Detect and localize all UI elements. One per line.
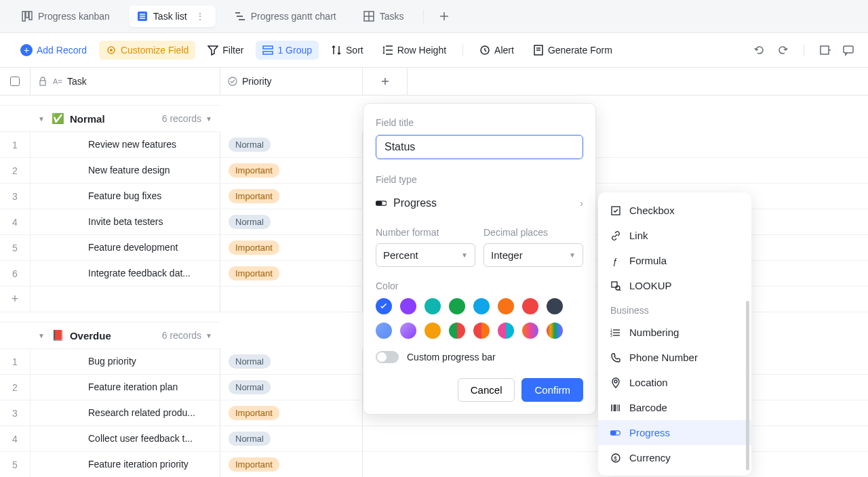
toolbar-label: Filter (222, 45, 243, 56)
color-swatch[interactable] (522, 323, 538, 339)
add-column-button[interactable] (363, 68, 408, 95)
priority-cell[interactable]: Important (220, 158, 363, 183)
priority-cell[interactable]: Important (220, 184, 363, 209)
color-swatch[interactable] (449, 323, 465, 339)
svg-rect-35 (376, 201, 382, 205)
group-header[interactable]: ▼ 📕 Overdue 6 records ▼ (0, 322, 220, 349)
generate-form-button[interactable]: Generate Form (526, 41, 619, 60)
tab-progress-gantt[interactable]: Progress gantt chart (226, 5, 344, 27)
task-cell[interactable]: Invite beta testers (31, 209, 220, 234)
svg-rect-28 (844, 46, 853, 53)
color-swatch[interactable] (425, 323, 441, 339)
color-swatch[interactable] (425, 298, 441, 314)
color-swatch[interactable] (400, 298, 416, 314)
column-header-task[interactable]: A= Task (31, 68, 220, 95)
priority-cell[interactable]: Important (220, 400, 363, 426)
comment-icon[interactable] (842, 44, 854, 56)
type-option-currency[interactable]: $ Currency (598, 445, 751, 470)
type-option-phone[interactable]: Phone Number (598, 345, 751, 370)
priority-cell[interactable]: Important (220, 452, 363, 477)
add-row-button[interactable]: + (0, 287, 31, 312)
task-cell[interactable]: Review new features (31, 132, 220, 157)
priority-cell[interactable]: Normal (220, 209, 363, 234)
cancel-button[interactable]: Cancel (458, 378, 515, 402)
alert-button[interactable]: Alert (473, 41, 521, 60)
phone-icon (610, 352, 621, 363)
redo-icon[interactable] (776, 44, 789, 56)
priority-cell[interactable]: Normal (220, 349, 363, 374)
type-label: Location (629, 377, 668, 388)
group-header[interactable]: ▼ ✅ Normal 6 records ▼ (0, 105, 220, 132)
tab-label: Task list (153, 11, 187, 22)
color-swatch[interactable] (547, 298, 563, 314)
task-cell[interactable]: Bug priority (31, 349, 220, 374)
color-swatch[interactable] (376, 298, 392, 314)
tab-progress-kanban[interactable]: Progress kanban (14, 5, 118, 27)
priority-badge: Important (229, 189, 279, 203)
priority-badge: Normal (229, 380, 271, 394)
priority-cell[interactable]: Important (220, 261, 363, 286)
task-cell[interactable]: Integrate feedback dat... (31, 261, 220, 286)
field-type-selector[interactable]: Progress › (376, 192, 583, 215)
toolbar-label: Row Height (397, 45, 446, 56)
task-cell[interactable]: Feature iteration priority (31, 452, 220, 477)
customize-field-button[interactable]: Customize Field (99, 41, 195, 60)
color-swatch[interactable] (400, 323, 416, 339)
number-format-select[interactable]: Percent ▼ (376, 243, 475, 267)
row-index: 6 (0, 261, 31, 286)
type-option-formula[interactable]: ƒ Formula (598, 248, 751, 273)
chevron-down-icon: ▼ (38, 115, 45, 123)
task-cell[interactable]: New feature design (31, 158, 220, 183)
task-cell[interactable]: Feature development (31, 235, 220, 260)
priority-cell[interactable]: Normal (220, 132, 363, 157)
color-swatch[interactable] (498, 323, 514, 339)
tab-tasks[interactable]: Tasks (355, 5, 412, 27)
custom-progress-toggle[interactable] (376, 351, 399, 363)
add-record-button[interactable]: + Add Record (14, 40, 94, 60)
type-option-barcode[interactable]: Barcode (598, 395, 751, 420)
select-all-checkbox[interactable] (0, 68, 31, 95)
color-swatch[interactable] (473, 298, 490, 314)
color-swatch[interactable] (449, 298, 465, 314)
confirm-button[interactable]: Confirm (521, 378, 583, 402)
color-swatch[interactable] (547, 323, 563, 339)
type-option-checkbox[interactable]: Checkbox (598, 198, 751, 223)
group-button[interactable]: 1 Group (256, 41, 319, 60)
row-height-button[interactable]: Row Height (376, 41, 453, 60)
type-option-lookup[interactable]: LOOKUP (598, 273, 751, 298)
barcode-icon (610, 402, 621, 413)
scrollbar[interactable] (746, 301, 749, 470)
sort-button[interactable]: Sort (324, 41, 370, 60)
task-cell[interactable]: Collect user feedback t... (31, 426, 220, 451)
column-header-priority[interactable]: Priority (220, 68, 363, 95)
priority-cell[interactable]: Normal (220, 375, 363, 400)
tab-task-list[interactable]: Task list ⋮ (129, 5, 216, 27)
type-label: Formula (629, 255, 667, 266)
type-option-link[interactable]: Link (598, 223, 751, 248)
row-index: 4 (0, 426, 31, 451)
decimal-places-select[interactable]: Integer ▼ (484, 243, 583, 267)
svg-text:$: $ (614, 455, 617, 462)
task-cell[interactable]: Feature bug fixes (31, 184, 220, 209)
numbering-icon: 123 (610, 327, 621, 338)
field-type-value: Progress (393, 197, 573, 209)
type-option-location[interactable]: Location (598, 370, 751, 395)
filter-button[interactable]: Filter (201, 41, 250, 60)
type-option-numbering[interactable]: 123 Numbering (598, 320, 751, 345)
priority-cell[interactable]: Important (220, 235, 363, 260)
priority-cell[interactable]: Normal (220, 426, 363, 451)
add-tab-button[interactable] (435, 7, 454, 26)
field-title-input[interactable] (376, 135, 583, 159)
task-cell[interactable]: Research related produ... (31, 400, 220, 426)
more-icon[interactable]: ⋮ (193, 11, 208, 22)
text-icon: A= (52, 76, 63, 87)
type-option-progress[interactable]: Progress (598, 420, 751, 445)
color-swatch[interactable] (376, 323, 392, 339)
color-swatch[interactable] (498, 298, 514, 314)
task-cell[interactable]: Feature iteration plan (31, 375, 220, 400)
chevron-right-icon: › (580, 198, 583, 209)
undo-icon[interactable] (753, 44, 766, 56)
search-icon[interactable] (819, 44, 831, 56)
color-swatch[interactable] (473, 323, 490, 339)
color-swatch[interactable] (522, 298, 538, 314)
